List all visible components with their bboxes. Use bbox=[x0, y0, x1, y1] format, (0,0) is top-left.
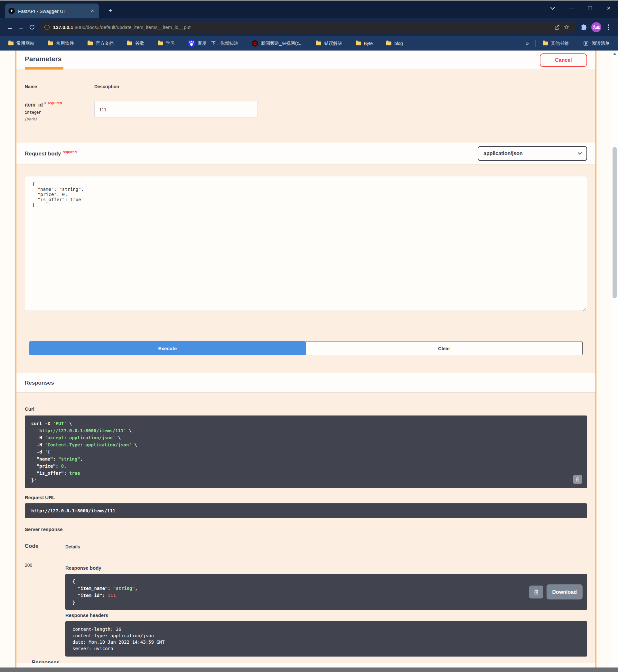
required-badge: required bbox=[63, 150, 77, 154]
response-table-header: Code Details bbox=[25, 543, 587, 554]
url-text: 127.0.0.1:8000/docs#/default/update_item… bbox=[53, 24, 552, 30]
cancel-button[interactable]: Cancel bbox=[540, 53, 587, 67]
folder-icon bbox=[543, 41, 548, 45]
response-headers-label: Response headers bbox=[65, 612, 587, 618]
bookmarks-overflow-chevron[interactable]: » bbox=[523, 40, 531, 47]
tab-close-icon[interactable]: × bbox=[89, 7, 96, 14]
body-editor-textarea[interactable]: { "name": "string", "price": 0, "is_offe… bbox=[25, 176, 587, 311]
folder-icon bbox=[127, 41, 132, 45]
request-url-label: Request URL bbox=[25, 495, 587, 500]
parameter-name: item_id bbox=[25, 102, 43, 108]
execute-button[interactable]: Execute bbox=[29, 341, 306, 355]
parameters-header: Parameters Cancel bbox=[16, 50, 596, 70]
response-body-block: { "item_name": "string", "item_id": 111}… bbox=[65, 574, 587, 610]
bookmark-item[interactable]: 常用软件 bbox=[45, 40, 77, 46]
bookmark-item[interactable]: 常用网站 bbox=[5, 40, 38, 46]
parameter-type: integer bbox=[25, 110, 94, 115]
folder-icon bbox=[8, 41, 13, 45]
folder-icon bbox=[88, 41, 93, 45]
bookmark-item[interactable]: 官方文档 bbox=[84, 40, 117, 46]
responses-title: Responses bbox=[25, 380, 54, 386]
parameters-table-header: Name Description bbox=[25, 82, 587, 94]
bookmark-star-icon[interactable]: ☆ bbox=[562, 22, 571, 32]
response-row: 200 Response body { "item_name": "string… bbox=[25, 554, 587, 657]
clipboard-icon bbox=[575, 477, 580, 482]
fastapi-favicon-icon bbox=[8, 8, 15, 14]
browser-window: FastAPI - Swagger UI × + × ← → i 127.0.0… bbox=[0, 0, 618, 672]
parameter-row: item_id*required integer (path) bbox=[25, 94, 587, 121]
request-body-section: { "name": "string", "price": 0, "is_offe… bbox=[16, 164, 596, 373]
new-tab-button[interactable]: + bbox=[106, 7, 115, 15]
divider bbox=[535, 40, 536, 47]
extensions-puzzle-icon[interactable] bbox=[579, 22, 589, 32]
details-column-header: Details bbox=[65, 544, 80, 549]
parameters-section: Name Description item_id*required intege… bbox=[16, 70, 596, 142]
profile-avatar[interactable]: 先生 bbox=[591, 22, 601, 32]
maximize-button[interactable] bbox=[581, 1, 599, 15]
bookmark-item[interactable]: 百度一下，你就知道 bbox=[185, 40, 241, 47]
bookmark-item[interactable]: Byte bbox=[352, 41, 376, 46]
responses-section: Curl curl -X 'PUT' \ 'http://127.0.0.1:8… bbox=[16, 393, 596, 663]
documented-responses-title: Responses bbox=[32, 660, 587, 663]
copy-curl-button[interactable] bbox=[573, 475, 582, 484]
request-body-title: Request body bbox=[25, 151, 61, 157]
address-bar[interactable]: i 127.0.0.1:8000/docs#/default/update_it… bbox=[40, 21, 576, 33]
reload-button[interactable] bbox=[26, 22, 37, 33]
curl-block: curl -X 'PUT' \ 'http://127.0.0.1:8000/i… bbox=[25, 416, 587, 488]
bookmarks-bar: 常用网站 常用软件 官方文档 谷歌 学习 百度一下，你就知道 新闻频道_央视网(… bbox=[0, 36, 618, 50]
parameter-location: (path) bbox=[25, 117, 94, 121]
status-code: 200 bbox=[25, 563, 65, 657]
download-button[interactable]: Download bbox=[546, 584, 583, 599]
vertical-scrollbar[interactable] bbox=[611, 50, 618, 668]
request-url-block: http://127.0.0.1:8000/items/111 bbox=[25, 503, 587, 518]
clear-button[interactable]: Clear bbox=[306, 341, 583, 355]
other-bookmarks-button[interactable]: 其他书签 bbox=[539, 40, 572, 46]
forward-button[interactable]: → bbox=[15, 22, 26, 33]
chevron-down-icon bbox=[578, 151, 582, 155]
minimize-button[interactable] bbox=[562, 1, 581, 15]
site-info-icon[interactable]: i bbox=[44, 25, 49, 30]
browser-tab[interactable]: FastAPI - Swagger UI × bbox=[5, 4, 99, 18]
bookmark-item[interactable]: 谷歌 bbox=[124, 40, 147, 46]
scrollbar-thumb[interactable] bbox=[613, 147, 617, 298]
item-id-input[interactable] bbox=[94, 101, 258, 118]
bookmark-item[interactable]: blog bbox=[383, 41, 406, 46]
curl-label: Curl bbox=[25, 406, 587, 412]
response-body-label: Response body bbox=[65, 565, 587, 571]
cctv-icon bbox=[252, 40, 258, 47]
media-type-select[interactable]: application/json bbox=[478, 146, 587, 161]
baidu-icon bbox=[188, 40, 195, 47]
reading-list-icon bbox=[583, 40, 589, 46]
browser-toolbar: ← → i 127.0.0.1:8000/docs#/default/updat… bbox=[0, 18, 618, 36]
folder-icon bbox=[48, 41, 53, 45]
close-button[interactable]: × bbox=[599, 1, 618, 15]
folder-icon bbox=[356, 41, 361, 45]
divider bbox=[576, 40, 576, 47]
reading-list-button[interactable]: 阅读清单 bbox=[580, 40, 613, 46]
copy-response-button[interactable] bbox=[529, 585, 543, 598]
folder-icon bbox=[316, 41, 321, 45]
tab-bar: FastAPI - Swagger UI × + × bbox=[0, 1, 618, 18]
parameters-title: Parameters bbox=[25, 50, 64, 70]
request-body-header: Request bodyrequired application/json bbox=[16, 142, 596, 164]
menu-dots-icon[interactable] bbox=[604, 22, 614, 32]
description-column-header: Description bbox=[94, 84, 119, 89]
name-column-header: Name bbox=[25, 84, 94, 89]
window-controls: × bbox=[543, 1, 618, 15]
scroll-up-arrow-icon[interactable] bbox=[613, 53, 616, 55]
responses-header: Responses bbox=[16, 373, 596, 393]
clipboard-icon bbox=[533, 589, 539, 595]
bookmark-item[interactable]: 错误解决 bbox=[313, 40, 345, 46]
bookmark-item[interactable]: 新闻频道_央视网(c... bbox=[248, 40, 306, 47]
share-icon[interactable] bbox=[552, 22, 562, 32]
code-column-header: Code bbox=[25, 543, 65, 549]
back-button[interactable]: ← bbox=[4, 22, 15, 33]
swagger-page: Parameters Cancel Name Description item_… bbox=[0, 50, 618, 672]
folder-icon bbox=[386, 41, 391, 45]
bookmark-item[interactable]: 学习 bbox=[154, 40, 178, 46]
required-asterisk: * bbox=[44, 101, 46, 106]
tab-title: FastAPI - Swagger UI bbox=[18, 8, 89, 14]
tab-search-chevron-icon[interactable] bbox=[543, 1, 562, 15]
required-badge: required bbox=[47, 101, 62, 105]
folder-icon bbox=[158, 41, 163, 45]
